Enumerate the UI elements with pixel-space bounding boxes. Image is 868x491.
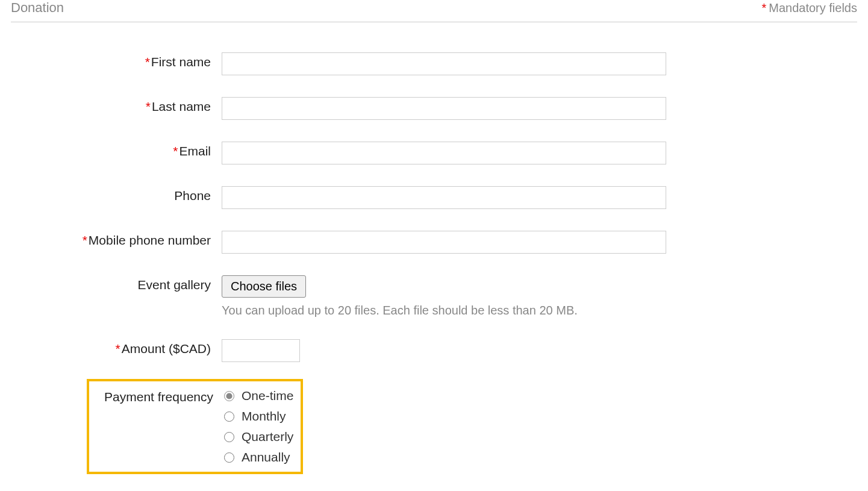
upload-help-text: You can upload up to 20 files. Each file…	[222, 304, 857, 317]
email-row: *Email	[11, 142, 857, 164]
phone-row: Phone	[11, 186, 857, 209]
phone-input[interactable]	[222, 186, 666, 209]
mobile-input[interactable]	[222, 231, 666, 254]
radio-monthly-input[interactable]	[224, 411, 234, 422]
radio-one-time[interactable]: One-time	[224, 389, 293, 403]
event-gallery-label: Event gallery	[11, 275, 222, 292]
email-label: *Email	[11, 142, 222, 158]
asterisk-icon: *	[146, 99, 151, 113]
radio-one-time-input[interactable]	[224, 391, 234, 401]
mobile-row: *Mobile phone number	[11, 231, 857, 254]
email-input[interactable]	[222, 142, 666, 164]
asterisk-icon: *	[145, 55, 150, 69]
radio-quarterly[interactable]: Quarterly	[224, 430, 293, 444]
payment-frequency-label: Payment frequency	[89, 389, 224, 404]
radio-monthly[interactable]: Monthly	[224, 409, 293, 424]
mobile-label: *Mobile phone number	[11, 231, 222, 248]
page-title: Donation	[11, 0, 64, 16]
amount-row: *Amount ($CAD)	[11, 339, 857, 362]
choose-files-button[interactable]: Choose files	[222, 275, 306, 298]
radio-quarterly-input[interactable]	[224, 432, 234, 442]
first-name-label: *First name	[11, 52, 222, 69]
last-name-input[interactable]	[222, 97, 666, 120]
payment-frequency-radio-group: One-time Monthly Quarterly Annually	[224, 389, 293, 464]
payment-frequency-row: Payment frequency One-time Monthly Quart…	[89, 389, 293, 464]
first-name-input[interactable]	[222, 52, 666, 75]
mandatory-fields-note: *Mandatory fields	[761, 1, 857, 15]
last-name-row: *Last name	[11, 97, 857, 120]
radio-annually-input[interactable]	[224, 452, 234, 463]
asterisk-icon: *	[173, 144, 178, 158]
asterisk-icon: *	[116, 342, 120, 355]
asterisk-icon: *	[83, 233, 87, 247]
amount-label: *Amount ($CAD)	[11, 339, 222, 356]
payment-frequency-highlight: Payment frequency One-time Monthly Quart…	[87, 379, 303, 474]
event-gallery-row: Event gallery Choose files You can uploa…	[11, 275, 857, 317]
asterisk-icon: *	[761, 1, 766, 14]
radio-annually[interactable]: Annually	[224, 450, 293, 464]
last-name-label: *Last name	[11, 97, 222, 114]
form-header: Donation *Mandatory fields	[11, 0, 857, 22]
amount-input[interactable]	[222, 339, 300, 362]
first-name-row: *First name	[11, 52, 857, 75]
phone-label: Phone	[11, 186, 222, 203]
